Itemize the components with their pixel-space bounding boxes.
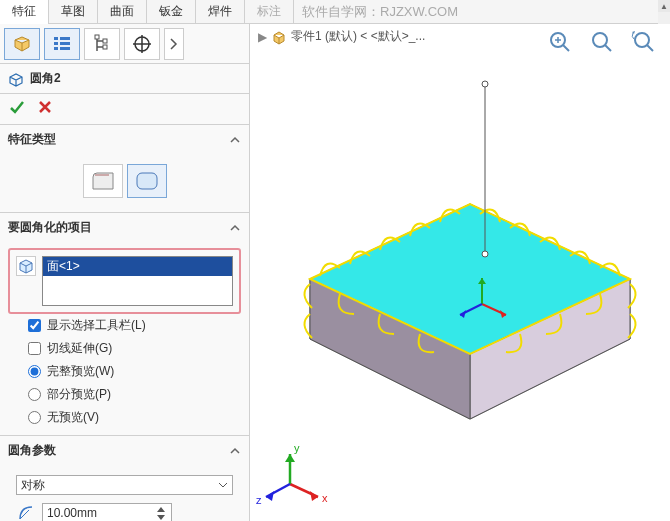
- svg-text:z: z: [256, 494, 262, 506]
- fillet-icon: [8, 71, 24, 87]
- chevron-right-icon: [167, 33, 181, 55]
- top-tab-bar: 特征 草图 曲面 钣金 焊件 标注 软件自学网：RJZXW.COM: [0, 0, 670, 24]
- svg-point-15: [482, 251, 488, 257]
- edge-fillet-icon: [89, 169, 117, 193]
- svg-text:x: x: [322, 492, 328, 504]
- list-icon: [51, 33, 73, 55]
- label-full-preview: 完整预览(W): [47, 363, 114, 380]
- feature-title: 圆角2: [30, 70, 61, 87]
- spin-up[interactable]: [155, 505, 167, 513]
- label-show-toolbar: 显示选择工具栏(L): [47, 317, 146, 334]
- svg-rect-3: [60, 42, 70, 45]
- radius-input[interactable]: 10.00mm: [42, 503, 172, 521]
- svg-text:y: y: [294, 442, 300, 454]
- section-label-params: 圆角参数: [8, 442, 56, 459]
- label-partial-preview: 部分预览(P): [47, 386, 111, 403]
- chevron-down-icon: [218, 480, 228, 490]
- radius-icon: [16, 503, 36, 521]
- confirm-row: [0, 94, 249, 125]
- selection-box: 面<1>: [8, 248, 241, 314]
- feature-header: 圆角2: [0, 64, 249, 94]
- tab-weld[interactable]: 焊件: [196, 0, 245, 24]
- chevron-up-icon: [229, 222, 241, 234]
- tab-feature[interactable]: 特征: [0, 0, 49, 25]
- cancel-button[interactable]: [36, 98, 54, 116]
- chevron-up-icon: [229, 134, 241, 146]
- panel-toolbar: [0, 24, 249, 64]
- fillet-type-group: [8, 160, 241, 206]
- label-no-preview: 无预览(V): [47, 409, 99, 426]
- selection-item[interactable]: 面<1>: [43, 257, 232, 276]
- radius-value: 10.00mm: [47, 506, 97, 520]
- target-icon: [131, 33, 153, 55]
- check-tangent-ext[interactable]: [28, 342, 41, 355]
- svg-rect-0: [54, 37, 58, 40]
- model-canvas: x y z: [250, 24, 670, 521]
- section-head-params[interactable]: 圆角参数: [0, 436, 249, 465]
- selection-list[interactable]: 面<1>: [42, 256, 233, 306]
- svg-rect-7: [103, 39, 107, 43]
- property-panel: 圆角2 特征类型: [0, 24, 250, 521]
- tool-config-manager[interactable]: [84, 28, 120, 60]
- tool-overflow[interactable]: [164, 28, 184, 60]
- watermark-label: 软件自学网：RJZXW.COM: [302, 3, 458, 21]
- svg-point-14: [482, 81, 488, 87]
- viewport[interactable]: ▶ 零件1 (默认) < <默认>_... 半径:: [250, 24, 670, 521]
- type-face-fillet[interactable]: [127, 164, 167, 198]
- svg-rect-2: [54, 42, 58, 45]
- tree-icon: [91, 33, 113, 55]
- face-select-icon[interactable]: [16, 256, 36, 276]
- svg-rect-5: [60, 47, 70, 50]
- svg-rect-4: [54, 47, 58, 50]
- section-label-items: 要圆角化的项目: [8, 219, 92, 236]
- cube-gold-icon: [11, 33, 33, 55]
- symmetry-value: 对称: [21, 477, 45, 494]
- svg-rect-1: [60, 37, 70, 40]
- spin-down[interactable]: [155, 513, 167, 521]
- ok-button[interactable]: [8, 98, 26, 116]
- symmetry-select[interactable]: 对称: [16, 475, 233, 495]
- section-head-items[interactable]: 要圆角化的项目: [0, 213, 249, 242]
- tab-annotate[interactable]: 标注: [245, 0, 294, 24]
- label-tangent-ext: 切线延伸(G): [47, 340, 112, 357]
- tool-feature-manager[interactable]: [4, 28, 40, 60]
- tool-property-manager[interactable]: [44, 28, 80, 60]
- chevron-up-icon: [229, 445, 241, 457]
- section-label-type: 特征类型: [8, 131, 56, 148]
- svg-rect-8: [103, 45, 107, 49]
- svg-rect-6: [95, 35, 99, 39]
- section-head-type[interactable]: 特征类型: [0, 125, 249, 154]
- check-show-toolbar[interactable]: [28, 319, 41, 332]
- tab-sheet[interactable]: 钣金: [147, 0, 196, 24]
- radio-full-preview[interactable]: [28, 365, 41, 378]
- type-constant-radius[interactable]: [83, 164, 123, 198]
- face-fillet-icon: [133, 169, 161, 193]
- radio-no-preview[interactable]: [28, 411, 41, 424]
- radio-partial-preview[interactable]: [28, 388, 41, 401]
- tab-surface[interactable]: 曲面: [98, 0, 147, 24]
- tool-dimxpert[interactable]: [124, 28, 160, 60]
- tab-sketch[interactable]: 草图: [49, 0, 98, 24]
- svg-rect-10: [137, 173, 157, 189]
